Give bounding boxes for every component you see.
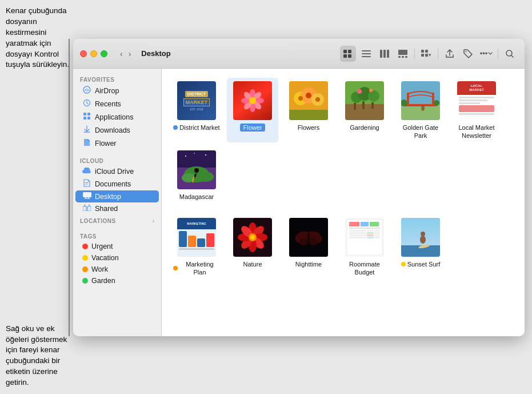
sidebar-item-documents[interactable]: Documents (75, 177, 159, 190)
svg-rect-32 (87, 206, 91, 211)
svg-rect-13 (405, 56, 407, 58)
tags-label: Tags (73, 230, 161, 241)
minimize-button[interactable] (90, 50, 97, 57)
file-item-nighttime[interactable]: Nighttime (283, 214, 334, 279)
locations-arrow[interactable]: › (153, 218, 154, 224)
sidebar-item-shared[interactable]: Shared (75, 202, 159, 214)
flower-thumb (232, 80, 273, 121)
list-view-button[interactable] (358, 46, 374, 62)
file-item-sunset-surf[interactable]: Sunset Surf (395, 214, 446, 279)
svg-rect-3 (348, 54, 351, 58)
svg-rect-10 (398, 50, 407, 55)
file-item-gardening[interactable]: Gardening (339, 78, 390, 142)
flower-name-badge: Flower (240, 124, 265, 132)
svg-point-99 (421, 232, 425, 236)
sunset-surf-name: Sunset Surf (407, 260, 440, 268)
locations-label: Locations (80, 218, 116, 224)
sunset-surf-label-row: Sunset Surf (401, 260, 440, 268)
toolbar-separator-2 (438, 49, 438, 59)
back-button[interactable]: ‹ (118, 48, 125, 59)
local-market-newsletter-thumb: LOCALMARKET (456, 80, 497, 121)
nighttime-thumb (288, 217, 329, 258)
svg-rect-30 (83, 192, 91, 197)
file-item-local-market-newsletter[interactable]: LOCALMARKET Local Market Newsletter (451, 78, 502, 142)
sidebar-item-recents[interactable]: Recents (75, 97, 159, 110)
marketing-plan-thumb: MARKETING (176, 217, 217, 258)
share-button[interactable] (442, 46, 458, 62)
file-item-flowers[interactable]: Flowers (283, 78, 334, 142)
work-label: Work (91, 265, 108, 273)
vacation-label: Vacation (91, 254, 119, 262)
svg-rect-4 (362, 50, 371, 51)
svg-point-48 (315, 97, 320, 102)
svg-text:▾: ▾ (429, 52, 431, 58)
svg-point-47 (306, 93, 311, 98)
sidebar-item-icloud-drive[interactable]: iCloud Drive (75, 165, 159, 177)
svg-rect-57 (371, 102, 374, 109)
sidebar-item-urgent[interactable]: Urgent (75, 241, 159, 252)
svg-rect-14 (421, 50, 424, 53)
svg-rect-6 (362, 56, 371, 57)
roommate-budget-thumb (344, 217, 385, 258)
tag-button[interactable] (460, 46, 476, 62)
sidebar-item-vacation[interactable]: Vacation (75, 252, 159, 264)
close-button[interactable] (80, 50, 87, 57)
svg-point-54 (368, 90, 379, 102)
gallery-view-button[interactable] (395, 46, 411, 62)
svg-rect-16 (421, 54, 424, 57)
airdrop-label: AirDrop (95, 87, 119, 95)
svg-rect-2 (343, 54, 347, 58)
flower-label: Flower (95, 140, 117, 148)
applications-label: Applications (95, 113, 133, 121)
file-grid: DISTRICT MARKET EST. 2019 District Marke… (162, 69, 525, 336)
district-market-thumb: DISTRICT MARKET EST. 2019 (176, 80, 217, 121)
sidebar-item-desktop[interactable]: Desktop (75, 190, 159, 202)
shared-icon (82, 204, 91, 213)
file-item-golden-gate-park[interactable]: Golden Gate Park (395, 78, 446, 142)
sidebar-item-garden[interactable]: Garden (75, 275, 159, 286)
maximize-button[interactable] (101, 50, 107, 57)
group-by-button[interactable]: ▾ (418, 46, 434, 62)
more-button[interactable]: ••• (478, 46, 494, 62)
garden-label: Garden (91, 277, 115, 285)
sidebar-item-applications[interactable]: Applications (75, 110, 159, 124)
file-item-district-market[interactable]: DISTRICT MARKET EST. 2019 District Marke… (171, 78, 222, 142)
toolbar-icons: ▾ ••• (340, 46, 518, 62)
title-bar: ‹ › Desktop (73, 39, 525, 69)
roommate-budget-name: Roommate Budget (342, 260, 387, 277)
svg-rect-8 (383, 50, 386, 58)
svg-rect-24 (83, 113, 86, 116)
flower-label-row: Flower (240, 124, 265, 132)
nav-buttons: ‹ › (118, 48, 133, 59)
shared-label: Shared (95, 205, 118, 213)
file-item-madagascar[interactable]: Madagascar (171, 147, 222, 203)
sidebar-item-downloads[interactable]: Downloads (75, 124, 159, 137)
column-view-button[interactable] (377, 46, 393, 62)
file-item-roommate-budget[interactable]: Roommate Budget (339, 214, 390, 279)
svg-rect-56 (362, 101, 365, 109)
sidebar-item-work[interactable]: Work (75, 264, 159, 275)
file-item-marketing-plan[interactable]: MARKETING (171, 214, 222, 279)
svg-rect-65 (401, 106, 440, 108)
downloads-label: Downloads (95, 126, 130, 134)
icon-view-button[interactable] (340, 46, 356, 62)
svg-point-98 (420, 236, 426, 244)
sidebar-item-flower[interactable]: Flower (75, 137, 159, 150)
nature-name: Nature (243, 260, 262, 268)
svg-rect-31 (83, 206, 86, 211)
garden-tag-dot (82, 278, 88, 284)
local-market-newsletter-name: Local Market Newsletter (454, 124, 499, 140)
search-button[interactable] (502, 46, 518, 62)
gardening-thumb (344, 80, 385, 121)
svg-rect-7 (380, 50, 382, 58)
top-annotation: Kenar çubuğunda dosyanın kestirmesini ya… (6, 6, 74, 70)
file-item-flower[interactable]: Flower (227, 78, 278, 142)
district-market-dot (173, 125, 178, 130)
bottom-annotation: Sağ oku ve ek öğeleri göstermek için far… (6, 324, 74, 388)
file-item-nature[interactable]: Nature (227, 214, 278, 279)
work-tag-dot (82, 266, 88, 272)
svg-rect-29 (85, 184, 87, 185)
svg-point-76 (205, 154, 206, 156)
forward-button[interactable]: › (126, 48, 134, 59)
sidebar-item-airdrop[interactable]: AirDrop (75, 84, 159, 97)
